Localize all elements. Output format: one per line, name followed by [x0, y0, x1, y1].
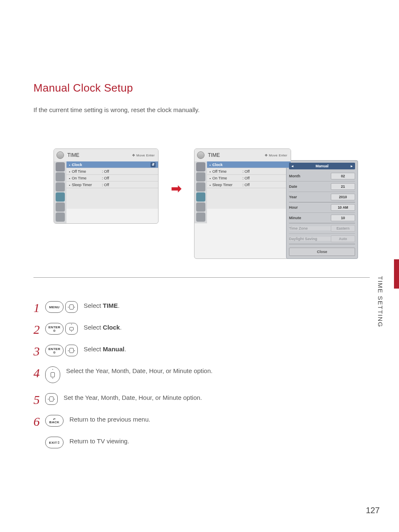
osd-title: TIME [67, 152, 79, 158]
menu-button[interactable]: MENU [45, 301, 64, 313]
osd-row-offtime[interactable]: •Off Time Off [66, 168, 158, 174]
step-number: 6 [33, 417, 39, 427]
osd-row-ontime[interactable]: •On TIme Off [207, 174, 291, 181]
step-4: 4 ˆˇ Select the Year, Month, Date, Hour,… [33, 366, 370, 383]
osd-title: TIME [208, 152, 220, 158]
step-text: Return to the previous menu. [69, 415, 150, 424]
enter-button[interactable]: ENTER⊙ [45, 345, 64, 356]
osd-screen-right: TIME ✥ Move Enter •Clock •Off Time [194, 148, 291, 259]
chevron-down-icon: ⇵ [151, 162, 156, 167]
osd-list: •Clock ⇵ •Off Time Off •On TIme Off •Sle… [66, 161, 158, 223]
manual-month[interactable]: Month02 [289, 171, 355, 182]
osd-row-offtime[interactable]: •Off Time Off [207, 168, 291, 174]
osd-sidebar [194, 161, 207, 223]
dpad-vertical-icon[interactable]: ˆˇ [45, 366, 60, 383]
osd-screen-left: TIME ✥ Move Enter •Clock ⇵ •Off Time Off [54, 148, 159, 224]
dpad-horizontal-icon[interactable]: ‹› [45, 393, 58, 405]
clock-icon [197, 151, 205, 159]
screenshot-row: TIME ✥ Move Enter •Clock ⇵ •Off Time Off [33, 148, 370, 278]
step-number: 1 [33, 303, 39, 313]
manual-timezone: Time ZoneEastern [289, 223, 355, 234]
intro-text: If the current time setting is wrong, re… [33, 106, 370, 113]
step-text: Select TIME. [84, 301, 120, 310]
step-text: Select Clock. [84, 323, 122, 332]
triangle-left-icon: ◄ [291, 164, 294, 168]
dpad-vertical-icon[interactable]: ˆˇ [65, 323, 78, 335]
dpad-horizontal-icon[interactable]: ‹› [65, 301, 78, 313]
manual-hour[interactable]: Hour10 AM [289, 202, 355, 213]
step-6: 6 ↶BACK Return to the previous menu. [33, 415, 370, 427]
step-5: 5 ‹› Set the Year, Month, Date, Hour, or… [33, 393, 370, 405]
manual-year[interactable]: Year2010 [289, 192, 355, 202]
clock-icon [56, 151, 64, 159]
osd-row-sleeptimer[interactable]: •Sleep Timer Off [207, 181, 291, 188]
osd-sidebar [54, 161, 66, 223]
step-text: Set the Year, Month, Date, Hour, or Minu… [64, 393, 202, 402]
step-number: 4 [33, 368, 39, 378]
step-7: EXIT▯ Return to TV viewing. [33, 437, 370, 448]
manual-header[interactable]: ◄ Manual ► [289, 163, 355, 169]
step-text: Select the Year, Month, Date, Hour, or M… [66, 366, 212, 376]
dpad-horizontal-icon[interactable]: ‹› [65, 345, 78, 356]
osd-hints: ✥ Move Enter [132, 153, 155, 157]
step-number: 3 [33, 346, 39, 356]
arrow-right-icon: ➡ [171, 181, 182, 196]
osd-list: •Clock •Off Time Off •On TIme Off •Sleep… [207, 161, 291, 223]
osd-hints: ✥ Move Enter [265, 153, 287, 157]
manual-dst: Daylight SavingAuto [289, 234, 355, 244]
osd-row-ontime[interactable]: •On TIme Off [66, 174, 158, 181]
manual-close[interactable]: Close [289, 248, 355, 256]
step-3: 3 ENTER⊙ ‹› Select Manual. [33, 345, 370, 356]
manual-panel: ◄ Manual ► Month02 Date21 Year2010 Hour1… [286, 160, 358, 259]
enter-button[interactable]: ENTER⊙ [45, 323, 64, 335]
step-text: Return to TV viewing. [69, 437, 129, 446]
osd-row-sleeptimer[interactable]: •Sleep Timer Off [66, 181, 158, 188]
step-number: 5 [33, 395, 39, 405]
page-title: Manual Clock Setup [33, 82, 370, 95]
step-number: 2 [33, 325, 39, 335]
manual-date[interactable]: Date21 [289, 182, 355, 192]
step-text: Select Manual. [84, 345, 126, 354]
triangle-right-icon: ► [350, 164, 353, 168]
manual-minute[interactable]: Minute10 [289, 213, 355, 223]
exit-button[interactable]: EXIT▯ [45, 437, 64, 448]
back-button[interactable]: ↶BACK [45, 415, 64, 427]
step-1: 1 MENU ‹› Select TIME. [33, 301, 370, 313]
osd-row-clock[interactable]: •Clock [207, 161, 291, 168]
page-number: 127 [366, 506, 380, 515]
steps-list: 1 MENU ‹› Select TIME. 2 ENTER⊙ ˆˇ Selec… [33, 301, 370, 448]
step-2: 2 ENTER⊙ ˆˇ Select Clock. [33, 323, 370, 335]
osd-row-clock[interactable]: •Clock ⇵ [66, 161, 158, 168]
